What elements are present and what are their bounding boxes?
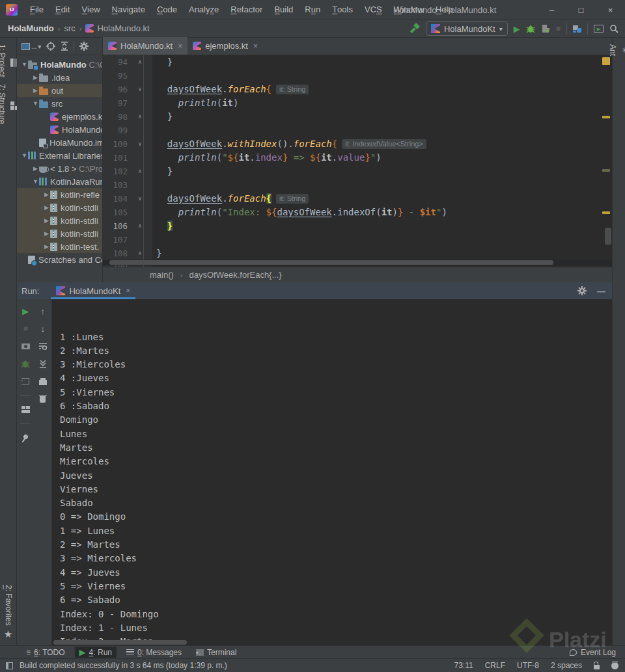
menu-tools[interactable]: Tools xyxy=(326,0,359,20)
menu-file[interactable]: File xyxy=(24,0,49,20)
line-ending[interactable]: CRLF xyxy=(485,661,505,670)
inspection-status-square[interactable] xyxy=(602,57,610,65)
editor-horizontal-scrollbar[interactable] xyxy=(103,260,612,265)
scroll-to-end-icon[interactable] xyxy=(38,358,48,369)
expanded-arrow-icon[interactable]: ▼ xyxy=(21,152,28,159)
indent-style[interactable]: 2 spaces xyxy=(551,661,582,670)
menu-run[interactable]: Run xyxy=(299,0,326,20)
collapsed-arrow-icon[interactable]: ▶ xyxy=(32,74,39,81)
debug-bug-icon[interactable] xyxy=(526,24,535,33)
code-line-100[interactable]: 100∨ daysOfWeek.withIndex().forEach{it: … xyxy=(103,137,612,151)
menu-refactor[interactable]: Refactor xyxy=(225,0,268,20)
sidebar-item-favorites[interactable]: 2: Favorites xyxy=(4,585,13,626)
fold-marker-icon[interactable]: ∧ xyxy=(130,247,150,260)
collapsed-arrow-icon[interactable]: ▶ xyxy=(43,191,50,198)
stop-icon[interactable]: ■ xyxy=(20,323,31,334)
console-horizontal-scrollbar[interactable] xyxy=(53,640,187,645)
tree-item--1-8-[interactable]: ▶< 1.8 > C:\Pro xyxy=(17,162,102,175)
menu-navigate[interactable]: Navigate xyxy=(106,0,151,20)
run-anything-icon[interactable]: ▶ xyxy=(594,25,604,33)
code-line-102[interactable]: 102∧ } xyxy=(103,165,612,178)
fold-marker-icon[interactable]: ∧ xyxy=(130,55,150,69)
code-line-107[interactable]: 107 xyxy=(103,233,612,247)
breadcrumb-item[interactable]: src xyxy=(64,23,75,33)
tree-item-out[interactable]: ▶out xyxy=(17,84,102,97)
search-icon[interactable] xyxy=(609,24,618,33)
run-tab-holamundokt[interactable]: HolaMundoKt × xyxy=(51,282,135,299)
expanded-arrow-icon[interactable]: ▼ xyxy=(32,178,39,185)
editor-breadcrumb-item[interactable]: daysOfWeek.forEach{...} xyxy=(189,270,282,280)
rerun-icon[interactable]: ▶ xyxy=(20,306,31,316)
code-line-108[interactable]: 108∧} xyxy=(103,247,612,260)
collapse-all-icon[interactable] xyxy=(61,42,68,51)
expanded-arrow-icon[interactable]: ▼ xyxy=(32,100,39,107)
tree-item--idea[interactable]: ▶.idea xyxy=(17,71,102,84)
close-icon[interactable]: × xyxy=(126,286,130,295)
project-structure-icon[interactable] xyxy=(573,25,581,33)
tree-item-kotlin-refle[interactable]: ▶kotlin-refle xyxy=(17,188,102,201)
code-line-95[interactable]: 95 xyxy=(103,69,612,83)
dump-threads-camera-icon[interactable] xyxy=(20,341,31,351)
expanded-arrow-icon[interactable]: ▼ xyxy=(21,61,28,68)
fold-marker-icon[interactable]: ∨ xyxy=(130,83,150,96)
sidebar-item-structure[interactable]: 7: Structure xyxy=(0,84,19,124)
tree-item-holamundo[interactable]: ▼HolaMundo C:\G xyxy=(17,58,102,71)
menu-build[interactable]: Build xyxy=(268,0,299,20)
code-line-103[interactable]: 103 xyxy=(103,178,612,192)
tree-item-external-libraries[interactable]: ▼External Libraries xyxy=(17,149,102,162)
maximize-button[interactable]: □ xyxy=(566,0,596,20)
exit-icon[interactable] xyxy=(20,376,31,386)
toolwindow-toggle-icon[interactable] xyxy=(6,662,13,669)
clear-all-trash-icon[interactable] xyxy=(38,394,48,404)
toolwindow-button-terminal[interactable]: ▸_Terminal xyxy=(191,647,241,658)
close-button[interactable]: × xyxy=(596,0,625,20)
breadcrumb-item[interactable]: HolaMundo xyxy=(8,23,54,33)
inspector-hector-icon[interactable] xyxy=(611,662,618,669)
fold-marker-icon[interactable]: ∨ xyxy=(130,137,150,151)
tree-item-kotlin-test-[interactable]: ▶kotlin-test. xyxy=(17,240,102,253)
toolwindow-button-todo[interactable]: ≡6: TODO xyxy=(21,647,70,658)
tree-item-holamundo-iml[interactable]: HolaMundo.iml xyxy=(17,136,102,149)
fold-marker-icon[interactable]: ∨ xyxy=(130,192,150,206)
code-line-94[interactable]: 94∧ } xyxy=(103,55,612,69)
run-console-output[interactable]: 1 :Lunes2 :Martes3 :Miercoles4 :Jueves5 … xyxy=(52,299,612,645)
status-message[interactable]: Build completed successfully in 3 s 64 m… xyxy=(20,661,227,670)
prev-occurrence-up-icon[interactable]: ↑ xyxy=(38,306,48,316)
tree-item-kotlin-stdli[interactable]: ▶kotlin-stdli xyxy=(17,201,102,214)
event-log-button[interactable]: Event Log xyxy=(570,648,616,657)
readonly-lock-icon[interactable] xyxy=(594,665,600,669)
toolwindow-button-messages[interactable]: 0: Messages xyxy=(122,647,186,658)
gear-icon[interactable] xyxy=(79,42,89,51)
code-line-104[interactable]: 104∨ daysOfWeek.forEach{it: String xyxy=(103,192,612,206)
collapsed-arrow-icon[interactable]: ▶ xyxy=(32,165,39,172)
tree-item-holamundo-kt[interactable]: HolaMundo.kt xyxy=(17,123,102,136)
coverage-icon[interactable] xyxy=(541,24,550,33)
fold-marker-icon[interactable]: ∧ xyxy=(130,219,150,233)
tree-item-kotlin-stdli[interactable]: ▶kotlin-stdli xyxy=(17,227,102,240)
collapsed-arrow-icon[interactable]: ▶ xyxy=(32,87,39,94)
hide-icon[interactable]: — xyxy=(597,286,605,296)
collapsed-arrow-icon[interactable]: ▶ xyxy=(43,230,50,237)
warning-stripe-mark[interactable] xyxy=(602,211,610,214)
run-icon[interactable]: ▶ xyxy=(514,24,520,34)
sidebar-item-ant[interactable]: ✳Ant xyxy=(608,44,625,56)
build-hammer-icon[interactable] xyxy=(410,23,420,34)
toolwindow-button-run[interactable]: ▶4: Run xyxy=(75,647,117,658)
restore-layout-icon[interactable] xyxy=(20,404,31,414)
project-view-selector[interactable]: ...▾ xyxy=(21,43,41,50)
menu-edit[interactable]: Edit xyxy=(49,0,76,20)
tree-item-ejemplos-kt[interactable]: ejemplos.kt xyxy=(17,110,102,123)
warning-stripe-mark[interactable] xyxy=(602,116,610,118)
editor-vertical-scrollbar[interactable] xyxy=(605,228,611,245)
menu-vcs[interactable]: VCS xyxy=(359,0,388,20)
collapsed-arrow-icon[interactable]: ▶ xyxy=(43,243,50,250)
fold-marker-icon[interactable]: ∧ xyxy=(130,110,150,124)
collapsed-arrow-icon[interactable]: ▶ xyxy=(43,204,50,211)
tree-item-scratches-and-co[interactable]: Scratches and Co xyxy=(17,253,102,266)
menu-analyze[interactable]: Analyze xyxy=(183,0,225,20)
pin-icon[interactable] xyxy=(20,432,31,442)
dim-stripe-mark[interactable] xyxy=(602,169,610,172)
stop-icon[interactable]: ■ xyxy=(556,24,561,33)
menu-view[interactable]: View xyxy=(76,0,105,20)
editor-tab-holamundo-kt[interactable]: HolaMundo.kt× xyxy=(103,37,188,55)
